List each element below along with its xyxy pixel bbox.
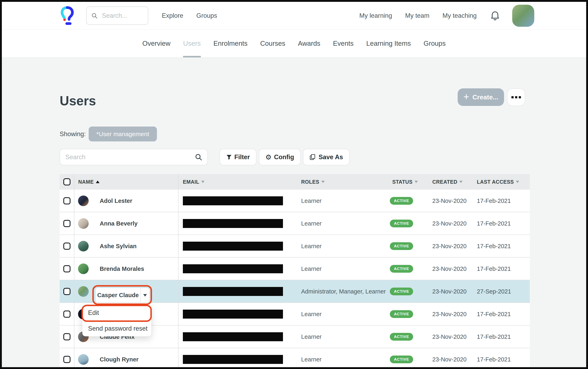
table-toolbar: Filter ⚙ Config Save As xyxy=(60,149,352,165)
row-checkbox[interactable] xyxy=(63,356,71,363)
menu-item-send-password-reset[interactable]: Send password reset xyxy=(82,321,151,336)
profile-avatar[interactable] xyxy=(512,5,534,27)
dropdown-caret-section[interactable] xyxy=(140,288,149,302)
nav-my-teaching[interactable]: My teaching xyxy=(442,12,477,19)
status-badge: ACTIVE xyxy=(390,242,413,250)
chevron-down-icon xyxy=(143,294,147,297)
nav-groups[interactable]: Groups xyxy=(196,12,217,19)
top-bar: Explore Groups My learning My team My te… xyxy=(2,2,586,30)
select-all-checkbox[interactable] xyxy=(63,178,71,186)
table-search-input[interactable] xyxy=(65,153,195,161)
column-header-last-access[interactable]: LAST ACCESS xyxy=(477,179,519,185)
nav-my-team[interactable]: My team xyxy=(405,12,430,19)
table-search[interactable] xyxy=(60,149,208,165)
showing-filter-chip[interactable]: *User management xyxy=(89,127,157,141)
users-table: NAME EMAIL ROLES STATUS CREATED LAST ACC… xyxy=(60,174,530,367)
column-header-status[interactable]: STATUS xyxy=(392,179,418,185)
save-as-button[interactable]: Save As xyxy=(303,149,350,165)
tab-learning-items[interactable]: Learning Items xyxy=(366,30,411,57)
row-checkbox[interactable] xyxy=(63,220,71,227)
config-button[interactable]: ⚙ Config xyxy=(259,149,301,165)
global-search-input[interactable] xyxy=(102,12,143,19)
status-badge: ACTIVE xyxy=(390,219,413,227)
tab-enrolments[interactable]: Enrolments xyxy=(213,30,248,57)
sort-caret-icon xyxy=(201,181,205,183)
last-access-date: 17-Feb-2021 xyxy=(477,333,511,340)
notification-bell-icon[interactable] xyxy=(491,11,500,21)
more-actions-button[interactable] xyxy=(507,88,525,106)
filter-button-label: Filter xyxy=(234,153,250,161)
search-icon[interactable] xyxy=(195,154,202,161)
user-avatar xyxy=(78,263,89,274)
user-roles: Learner xyxy=(301,311,322,317)
tab-events[interactable]: Events xyxy=(333,30,354,57)
row-checkbox[interactable] xyxy=(63,197,71,204)
user-roles: Administrator, Manager, Learner xyxy=(301,288,386,295)
email-redaction-bar xyxy=(183,196,283,205)
user-avatar xyxy=(78,241,89,251)
row-checkbox[interactable] xyxy=(63,265,71,272)
primary-nav: Explore Groups xyxy=(162,12,217,19)
user-avatar xyxy=(78,286,89,297)
nav-explore[interactable]: Explore xyxy=(162,12,183,19)
column-header-name[interactable]: NAME xyxy=(78,179,99,185)
last-access-date: 17-Feb-2021 xyxy=(477,243,511,249)
row-checkbox[interactable] xyxy=(63,288,71,295)
status-badge: ACTIVE xyxy=(390,310,413,318)
lightbulb-logo[interactable] xyxy=(61,6,74,26)
user-name-link[interactable]: Adol Lester xyxy=(100,197,132,204)
tab-groups[interactable]: Groups xyxy=(423,30,446,57)
last-access-date: 17-Feb-2021 xyxy=(477,311,511,317)
filter-button[interactable]: Filter xyxy=(220,149,256,165)
created-date: 23-Nov-2020 xyxy=(432,288,467,295)
table-row: Clough Ryner Learner ACTIVE 23-Nov-2020 … xyxy=(60,348,530,367)
user-roles: Learner xyxy=(301,197,322,204)
user-name-link[interactable]: Brenda Morales xyxy=(100,265,144,272)
table-header: NAME EMAIL ROLES STATUS CREATED LAST ACC… xyxy=(60,174,530,189)
table-row: Anna Beverly Learner ACTIVE 23-Nov-2020 … xyxy=(60,212,530,235)
tab-courses[interactable]: Courses xyxy=(260,30,285,57)
last-access-date: 27-Sep-2021 xyxy=(477,288,511,295)
user-name-link[interactable]: Anna Beverly xyxy=(100,220,137,227)
row-checkbox[interactable] xyxy=(63,333,71,340)
user-name-link[interactable]: Ashe Sylvian xyxy=(100,243,137,249)
user-roles: Learner xyxy=(301,356,322,363)
sort-caret-icon xyxy=(459,181,462,183)
user-roles: Learner xyxy=(301,265,322,272)
page-title: Users xyxy=(60,93,96,108)
nav-my-learning[interactable]: My learning xyxy=(359,12,392,19)
last-access-date: 17-Feb-2021 xyxy=(477,220,511,227)
logo-base-dash xyxy=(65,22,72,25)
user-actions-menu: Edit Send password reset xyxy=(82,305,151,336)
column-header-roles[interactable]: ROLES xyxy=(301,179,325,185)
showing-label: Showing: xyxy=(60,130,86,138)
user-avatar xyxy=(78,196,89,206)
row-checkbox[interactable] xyxy=(63,310,71,318)
status-badge: ACTIVE xyxy=(390,265,413,273)
create-button[interactable]: + Create... xyxy=(458,88,504,106)
column-header-created[interactable]: CREATED xyxy=(432,179,462,185)
global-search[interactable] xyxy=(86,7,148,25)
menu-item-edit[interactable]: Edit xyxy=(82,305,151,321)
last-access-date: 17-Feb-2021 xyxy=(477,197,511,204)
sort-caret-icon xyxy=(516,181,519,183)
copy-icon xyxy=(310,154,316,160)
email-redaction-bar xyxy=(183,287,283,296)
user-management-page: Explore Groups My learning My team My te… xyxy=(2,2,586,367)
user-name-link[interactable]: Clough Ryner xyxy=(100,356,138,363)
tab-overview[interactable]: Overview xyxy=(142,30,171,57)
section-tabs: Overview Users Enrolments Courses Awards… xyxy=(2,30,586,58)
tab-users[interactable]: Users xyxy=(183,30,201,57)
status-badge: ACTIVE xyxy=(390,356,413,363)
column-header-email[interactable]: EMAIL xyxy=(183,179,205,185)
sort-asc-icon xyxy=(96,181,99,183)
email-redaction-bar xyxy=(183,355,283,364)
create-button-label: Create... xyxy=(472,93,498,101)
row-checkbox[interactable] xyxy=(63,242,71,249)
email-redaction-bar xyxy=(183,242,283,251)
user-actions-dropdown-button[interactable]: Casper Claude xyxy=(96,288,149,302)
search-icon xyxy=(92,12,97,19)
tab-awards[interactable]: Awards xyxy=(298,30,320,57)
created-date: 23-Nov-2020 xyxy=(432,197,467,204)
created-date: 23-Nov-2020 xyxy=(432,356,467,363)
